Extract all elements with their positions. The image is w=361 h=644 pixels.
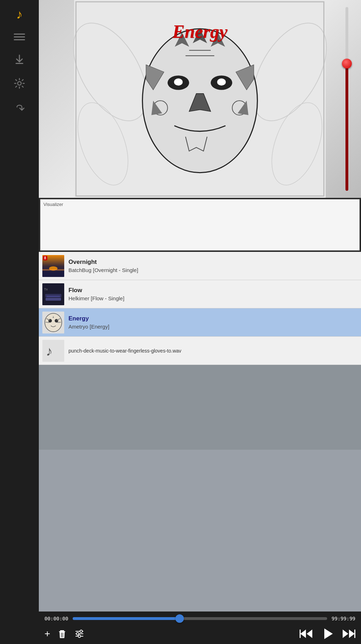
track-thumbnail-punchdeck: ♪	[42, 340, 64, 362]
settings-icon[interactable]	[14, 78, 25, 91]
svg-rect-34	[59, 631, 65, 632]
share-icon[interactable]	[14, 102, 25, 115]
track-title-punchdeck: punch-deck-music-to-wear-fingerless-glov…	[68, 348, 357, 354]
track-info-flow: Flow Helkimer [Flow - Single]	[68, 287, 357, 301]
svg-point-42	[78, 635, 81, 638]
track-title-flow: Flow	[68, 287, 357, 294]
track-badge: 8	[43, 256, 47, 260]
eq-button[interactable]	[74, 629, 85, 639]
volume-track[interactable]	[345, 7, 348, 191]
svg-rect-2	[14, 39, 25, 40]
svg-point-14	[217, 78, 225, 85]
svg-rect-45	[300, 630, 301, 638]
svg-rect-49	[354, 630, 355, 638]
svg-point-41	[80, 630, 83, 633]
playlist-icon[interactable]	[14, 33, 25, 44]
time-current: 00:00:00	[44, 616, 68, 621]
track-thumbnail-energy	[42, 312, 64, 333]
svg-point-4	[18, 82, 21, 85]
time-total: 99:99:99	[331, 616, 355, 621]
next-button[interactable]	[342, 628, 355, 639]
svg-text:♪: ♪	[46, 344, 53, 359]
track-subtitle-energy: Ametryo [Energy]	[68, 324, 357, 330]
svg-marker-48	[349, 630, 355, 638]
visualizer-label: Visualizer	[43, 202, 63, 207]
music-note-icon[interactable]: ♪	[16, 7, 23, 22]
list-item[interactable]: Energy Ametryo [Energy]	[39, 308, 361, 337]
sidebar: ♪	[0, 0, 39, 644]
track-info-punchdeck: punch-deck-music-to-wear-fingerless-glov…	[68, 348, 357, 354]
controls-right	[300, 626, 355, 641]
track-title-energy: Energy	[68, 315, 357, 322]
svg-marker-44	[307, 630, 312, 638]
controls-row: +	[44, 626, 355, 641]
add-button[interactable]: +	[44, 628, 50, 639]
playlist: 8 Overnight BatchBug [Overnight	[39, 252, 361, 611]
svg-marker-47	[343, 630, 348, 638]
track-info-energy: Energy Ametryo [Energy]	[68, 315, 357, 330]
play-button[interactable]	[320, 626, 335, 641]
progress-track[interactable]	[73, 617, 327, 620]
track-thumbnail-flow: Tx	[42, 283, 64, 305]
list-item[interactable]: Tx Flow Helkimer [Flow - Single]	[39, 280, 361, 308]
svg-rect-3	[16, 63, 23, 64]
svg-text:Tx: Tx	[44, 288, 48, 291]
svg-point-40	[77, 633, 79, 635]
svg-rect-1	[14, 36, 25, 37]
download-icon[interactable]	[14, 54, 25, 67]
volume-slider[interactable]	[340, 7, 354, 191]
svg-rect-25	[47, 296, 60, 297]
list-item[interactable]: ♪ punch-deck-music-to-wear-fingerless-gl…	[39, 337, 361, 365]
svg-marker-43	[300, 630, 306, 638]
progress-row: 00:00:00 99:99:99	[44, 616, 355, 621]
svg-rect-33	[60, 630, 64, 631]
controls-left: +	[44, 628, 85, 639]
main-content: Energy Visualizer 8	[39, 0, 361, 644]
track-title-overnight: Overnight	[68, 259, 357, 266]
playlist-empty-area	[39, 365, 361, 450]
svg-rect-0	[14, 34, 25, 35]
track-subtitle-flow: Helkimer [Flow - Single]	[68, 295, 357, 301]
track-info-overnight: Overnight BatchBug [Overnight - Single]	[68, 259, 357, 273]
delete-button[interactable]	[57, 629, 67, 639]
prev-button[interactable]	[300, 628, 313, 639]
progress-fill	[73, 617, 180, 620]
visualizer: Visualizer	[40, 199, 360, 250]
album-art-container: Energy	[39, 0, 361, 198]
svg-marker-46	[324, 628, 333, 639]
track-thumbnail-overnight: 8	[42, 255, 64, 277]
list-item[interactable]: 8 Overnight BatchBug [Overnight	[39, 252, 361, 280]
album-title: Energy	[173, 21, 228, 42]
volume-thumb[interactable]	[342, 59, 352, 69]
progress-thumb[interactable]	[175, 614, 184, 623]
track-subtitle-overnight: BatchBug [Overnight - Single]	[68, 267, 357, 273]
transport-bar: 00:00:00 99:99:99 +	[39, 611, 361, 644]
svg-point-13	[174, 78, 182, 85]
